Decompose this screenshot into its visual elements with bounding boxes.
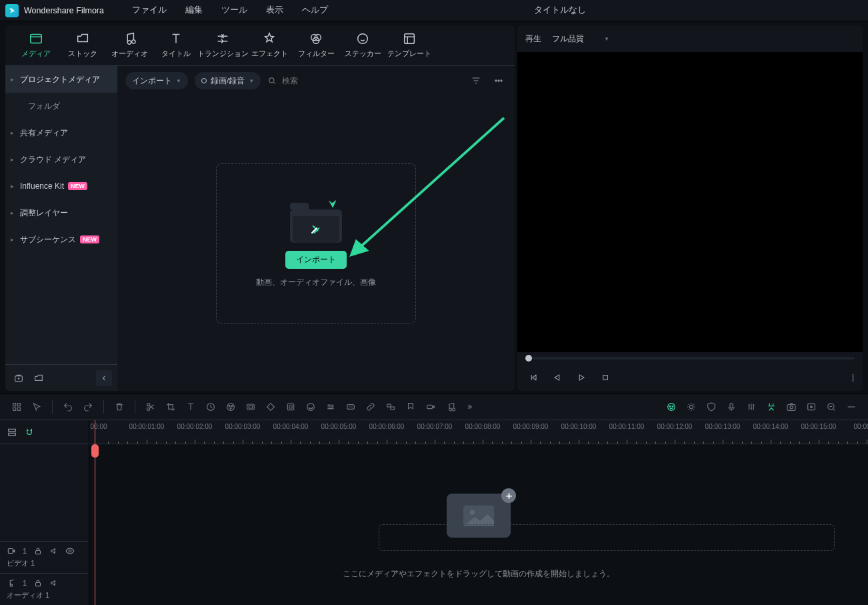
tl-record-vo-button[interactable] [422,399,439,415]
media-content: インポート ▼ 録画/録音 ▼ [117,65,515,391]
tl-delete-button[interactable] [111,399,128,415]
tab-effect[interactable]: エフェクト [248,29,291,65]
tl-export-frame-button[interactable] [803,399,820,415]
tl-greenscreen-button[interactable] [302,399,319,415]
sidebar-item-project-media[interactable]: ▸ プロジェクトメディア [5,66,117,93]
preview-scrubber[interactable] [517,352,863,364]
tl-crop-button[interactable] [162,399,179,415]
menu-view[interactable]: 表示 [257,0,293,21]
prev-frame-button[interactable] [525,370,541,386]
collapse-sidebar-button[interactable] [96,370,112,386]
tl-track-manage-button[interactable] [7,427,17,438]
lock-icon[interactable] [33,578,43,588]
sidebar-item-subsequence[interactable]: ▸ サブシーケンス NEW [5,226,117,253]
svg-rect-37 [787,405,795,411]
tab-audio[interactable]: オーディオ [108,29,151,65]
timeline-toolbar [0,394,868,420]
tl-redo-button[interactable] [79,399,97,415]
mute-icon[interactable] [49,546,59,556]
play-button[interactable] [573,370,589,386]
tl-magnet-button[interactable] [24,427,35,438]
scrubber-track[interactable] [525,357,855,360]
timeline-canvas[interactable]: 00:0000:00:01:0000:00:02:0000:00:03:0000… [89,420,868,605]
tl-link-button[interactable] [362,399,379,415]
sidebar-item-cloud-media[interactable]: ▸ クラウド メディア [5,146,117,173]
timeline-drop-strip[interactable] [379,524,835,551]
track-header-audio[interactable]: 1 オーディオ 1 [0,573,89,605]
tl-zoom-slider[interactable] [843,399,860,415]
tl-caption-button[interactable] [342,399,359,415]
tl-snapshot-button[interactable] [783,399,800,415]
lock-icon[interactable] [33,546,43,556]
record-dropdown[interactable]: 録画/録音 ▼ [195,72,261,89]
visibility-icon[interactable] [65,546,75,556]
tl-more-button[interactable] [462,399,479,415]
tl-color-button[interactable] [222,399,239,415]
scrubber-handle[interactable] [525,355,532,362]
tl-split-button[interactable] [142,399,159,415]
template-icon [402,31,417,46]
tab-filter[interactable]: フィルター [295,29,337,65]
tl-render-button[interactable] [763,399,780,415]
preview-canvas[interactable] [517,52,863,352]
tl-shield-button[interactable] [703,399,720,415]
tl-undo-button[interactable] [59,399,77,415]
tl-mask-button[interactable] [242,399,259,415]
new-folder-button[interactable] [31,370,47,386]
menu-file[interactable]: ファイル [123,0,176,21]
more-button[interactable] [491,73,507,89]
tl-speed-button[interactable] [202,399,219,415]
tl-mixer-button[interactable] [743,399,760,415]
caret-icon: ▸ [11,209,14,216]
sidebar-item-shared-media[interactable]: ▸ 共有メディア [5,119,117,146]
tab-sticker[interactable]: ステッカー [341,29,384,65]
tl-group-button[interactable] [382,399,399,415]
track-header-video[interactable]: 1 ビデオ 1 [0,541,89,573]
preview-expand-button[interactable]: ⁞ [851,372,855,384]
tl-brightness-button[interactable] [683,399,700,415]
svg-rect-16 [17,408,20,410]
tl-layout-button[interactable] [8,399,25,415]
menu-help[interactable]: ヘルプ [293,0,337,21]
play-backward-button[interactable] [549,370,565,386]
import-dropdown[interactable]: インポート ▼ [125,72,188,89]
title-icon [169,31,183,46]
tab-media[interactable]: メディア [15,29,57,65]
tl-sliders-button[interactable] [322,399,339,415]
search-field[interactable] [267,72,361,89]
timeline-tracks[interactable]: ＋ ここにメディアやエフェクトをドラッグして動画の作成を開始しましょう。 [89,444,868,605]
menu-edit[interactable]: 編集 [176,0,212,21]
track-label: オーディオ 1 [7,590,49,600]
tl-mic-button[interactable] [723,399,740,415]
sidebar-item-adjustment-layer[interactable]: ▸ 調整レイヤー [5,199,117,226]
quality-dropdown[interactable]: フル品質 ▼ [552,33,609,45]
mute-icon[interactable] [49,578,59,588]
media-dropzone[interactable]: インポート 動画、オーディオファイル、画像 [216,163,416,324]
svg-point-33 [669,406,671,407]
tl-keyframe-button[interactable] [262,399,279,415]
timeline-ruler[interactable]: 00:0000:00:01:0000:00:02:0000:00:03:0000… [89,420,868,444]
menu-tool[interactable]: ツール [212,0,257,21]
tl-ai-button[interactable] [663,399,680,415]
sidebar-item-influence-kit[interactable]: ▸ Influence Kit NEW [5,173,117,199]
new-bin-button[interactable] [11,370,27,386]
download-arrow-icon [322,192,342,212]
caret-icon: ▸ [11,156,14,163]
svg-rect-47 [36,582,41,586]
tl-text-button[interactable] [182,399,199,415]
sidebar-item-folder[interactable]: フォルダ [5,93,117,119]
stop-button[interactable] [597,370,613,386]
tab-title[interactable]: タイトル [155,29,197,65]
tl-select-button[interactable] [28,399,45,415]
filter-sort-button[interactable] [468,73,484,89]
tl-music-button[interactable] [442,399,459,415]
tl-zoom-out-button[interactable] [823,399,840,415]
tl-adjust-button[interactable] [282,399,299,415]
tab-template[interactable]: テンプレート [388,29,431,65]
tl-marker-button[interactable] [402,399,419,415]
search-input[interactable] [281,76,361,85]
tab-stock[interactable]: ストック [61,29,104,65]
tab-transition[interactable]: トランジション [201,29,244,65]
svg-rect-0 [31,35,42,43]
import-button[interactable]: インポート [285,251,347,269]
